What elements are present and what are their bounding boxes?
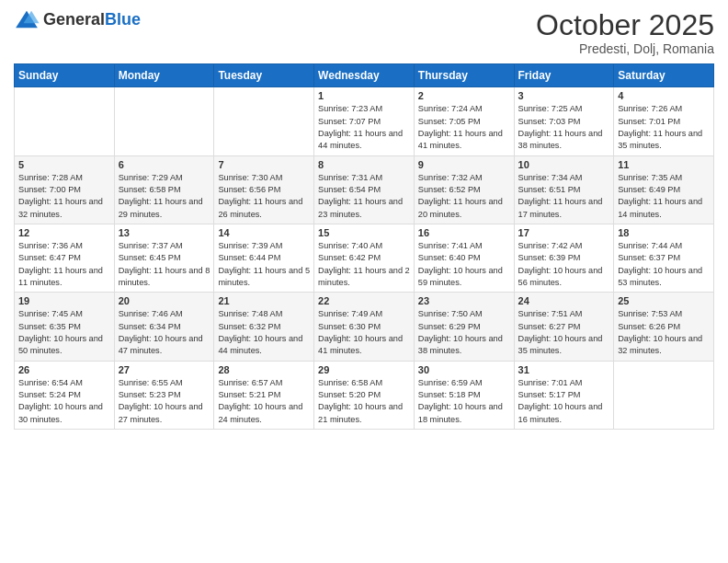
day-info: Sunrise: 7:23 AM Sunset: 7:07 PM Dayligh… [318,103,410,152]
calendar-body: 1Sunrise: 7:23 AM Sunset: 7:07 PM Daylig… [15,87,714,430]
calendar-cell [114,87,214,155]
day-number: 28 [218,364,310,375]
day-number: 4 [618,90,710,101]
header: GeneralBlue October 2025 Predesti, Dolj,… [14,9,714,56]
day-number: 26 [18,364,110,375]
day-info: Sunrise: 7:44 AM Sunset: 6:37 PM Dayligh… [618,240,710,289]
day-info: Sunrise: 7:31 AM Sunset: 6:54 PM Dayligh… [318,172,410,221]
calendar-cell: 28Sunrise: 6:57 AM Sunset: 5:21 PM Dayli… [214,361,314,429]
day-info: Sunrise: 7:34 AM Sunset: 6:51 PM Dayligh… [518,172,610,221]
day-number: 31 [518,364,610,375]
calendar-cell: 7Sunrise: 7:30 AM Sunset: 6:56 PM Daylig… [214,155,314,224]
calendar-cell: 29Sunrise: 6:58 AM Sunset: 5:20 PM Dayli… [314,361,415,429]
day-info: Sunrise: 7:35 AM Sunset: 6:49 PM Dayligh… [618,172,710,221]
col-wednesday: Wednesday [314,64,415,87]
day-info: Sunrise: 7:29 AM Sunset: 6:58 PM Dayligh… [119,172,210,221]
location-title: Predesti, Dolj, Romania [536,41,714,56]
calendar-week-5: 26Sunrise: 6:54 AM Sunset: 5:24 PM Dayli… [15,361,714,429]
day-number: 7 [218,159,310,170]
col-sunday: Sunday [15,64,115,87]
day-number: 9 [418,159,510,170]
calendar-cell: 9Sunrise: 7:32 AM Sunset: 6:52 PM Daylig… [414,155,514,224]
day-number: 10 [518,159,610,170]
day-info: Sunrise: 7:46 AM Sunset: 6:34 PM Dayligh… [119,308,210,357]
title-block: October 2025 Predesti, Dolj, Romania [536,9,714,56]
calendar-week-4: 19Sunrise: 7:45 AM Sunset: 6:35 PM Dayli… [15,293,714,361]
col-saturday: Saturday [614,64,714,87]
calendar-cell: 16Sunrise: 7:41 AM Sunset: 6:40 PM Dayli… [414,224,514,292]
day-info: Sunrise: 7:49 AM Sunset: 6:30 PM Dayligh… [318,308,410,357]
calendar-cell: 18Sunrise: 7:44 AM Sunset: 6:37 PM Dayli… [614,224,714,292]
day-info: Sunrise: 7:32 AM Sunset: 6:52 PM Dayligh… [418,172,510,221]
day-number: 15 [318,227,410,238]
day-info: Sunrise: 7:48 AM Sunset: 6:32 PM Dayligh… [218,308,310,357]
col-friday: Friday [514,64,614,87]
day-number: 16 [418,227,510,238]
calendar-cell: 6Sunrise: 7:29 AM Sunset: 6:58 PM Daylig… [114,155,214,224]
day-number: 30 [418,364,510,375]
day-info: Sunrise: 7:50 AM Sunset: 6:29 PM Dayligh… [418,308,510,357]
day-number: 27 [119,364,210,375]
calendar: Sunday Monday Tuesday Wednesday Thursday… [14,63,714,430]
day-info: Sunrise: 7:40 AM Sunset: 6:42 PM Dayligh… [318,240,410,289]
day-number: 29 [318,364,410,375]
calendar-cell: 15Sunrise: 7:40 AM Sunset: 6:42 PM Dayli… [314,224,415,292]
calendar-cell [214,87,314,155]
day-number: 13 [119,227,210,238]
day-info: Sunrise: 7:28 AM Sunset: 7:00 PM Dayligh… [18,172,110,221]
calendar-week-1: 1Sunrise: 7:23 AM Sunset: 7:07 PM Daylig… [15,87,714,155]
day-info: Sunrise: 7:42 AM Sunset: 6:39 PM Dayligh… [518,240,610,289]
calendar-cell: 20Sunrise: 7:46 AM Sunset: 6:34 PM Dayli… [114,293,214,361]
day-number: 12 [18,227,110,238]
day-info: Sunrise: 7:41 AM Sunset: 6:40 PM Dayligh… [418,240,510,289]
day-info: Sunrise: 7:01 AM Sunset: 5:17 PM Dayligh… [518,377,610,426]
col-monday: Monday [114,64,214,87]
day-number: 8 [318,159,410,170]
day-number: 1 [318,90,410,101]
day-info: Sunrise: 6:57 AM Sunset: 5:21 PM Dayligh… [218,377,310,426]
calendar-week-2: 5Sunrise: 7:28 AM Sunset: 7:00 PM Daylig… [15,155,714,224]
day-number: 6 [119,159,210,170]
day-info: Sunrise: 6:58 AM Sunset: 5:20 PM Dayligh… [318,377,410,426]
logo-general: General [43,10,105,29]
logo-blue: Blue [105,10,141,29]
day-number: 2 [418,90,510,101]
day-info: Sunrise: 6:54 AM Sunset: 5:24 PM Dayligh… [18,377,110,426]
calendar-cell: 17Sunrise: 7:42 AM Sunset: 6:39 PM Dayli… [514,224,614,292]
day-info: Sunrise: 7:26 AM Sunset: 7:01 PM Dayligh… [618,103,710,152]
calendar-cell: 26Sunrise: 6:54 AM Sunset: 5:24 PM Dayli… [15,361,115,429]
calendar-header: Sunday Monday Tuesday Wednesday Thursday… [15,64,714,87]
day-info: Sunrise: 7:30 AM Sunset: 6:56 PM Dayligh… [218,172,310,221]
calendar-cell: 23Sunrise: 7:50 AM Sunset: 6:29 PM Dayli… [414,293,514,361]
day-info: Sunrise: 7:25 AM Sunset: 7:03 PM Dayligh… [518,103,610,152]
calendar-cell: 13Sunrise: 7:37 AM Sunset: 6:45 PM Dayli… [114,224,214,292]
calendar-cell: 25Sunrise: 7:53 AM Sunset: 6:26 PM Dayli… [614,293,714,361]
logo: GeneralBlue [14,9,141,29]
calendar-cell: 5Sunrise: 7:28 AM Sunset: 7:00 PM Daylig… [15,155,115,224]
calendar-cell: 8Sunrise: 7:31 AM Sunset: 6:54 PM Daylig… [314,155,415,224]
day-number: 20 [119,295,210,306]
logo-icon [14,9,40,29]
day-number: 19 [18,295,110,306]
day-info: Sunrise: 7:24 AM Sunset: 7:05 PM Dayligh… [418,103,510,152]
day-number: 22 [318,295,410,306]
calendar-cell: 14Sunrise: 7:39 AM Sunset: 6:44 PM Dayli… [214,224,314,292]
calendar-cell: 2Sunrise: 7:24 AM Sunset: 7:05 PM Daylig… [414,87,514,155]
day-info: Sunrise: 7:51 AM Sunset: 6:27 PM Dayligh… [518,308,610,357]
day-number: 23 [418,295,510,306]
calendar-cell: 3Sunrise: 7:25 AM Sunset: 7:03 PM Daylig… [514,87,614,155]
calendar-cell: 11Sunrise: 7:35 AM Sunset: 6:49 PM Dayli… [614,155,714,224]
calendar-cell [15,87,115,155]
weekday-row: Sunday Monday Tuesday Wednesday Thursday… [15,64,714,87]
day-number: 11 [618,159,710,170]
day-info: Sunrise: 6:55 AM Sunset: 5:23 PM Dayligh… [119,377,210,426]
calendar-week-3: 12Sunrise: 7:36 AM Sunset: 6:47 PM Dayli… [15,224,714,292]
calendar-cell: 27Sunrise: 6:55 AM Sunset: 5:23 PM Dayli… [114,361,214,429]
calendar-cell: 1Sunrise: 7:23 AM Sunset: 7:07 PM Daylig… [314,87,415,155]
day-number: 5 [18,159,110,170]
calendar-cell: 30Sunrise: 6:59 AM Sunset: 5:18 PM Dayli… [414,361,514,429]
day-info: Sunrise: 7:36 AM Sunset: 6:47 PM Dayligh… [18,240,110,289]
calendar-cell: 10Sunrise: 7:34 AM Sunset: 6:51 PM Dayli… [514,155,614,224]
day-info: Sunrise: 6:59 AM Sunset: 5:18 PM Dayligh… [418,377,510,426]
day-number: 18 [618,227,710,238]
